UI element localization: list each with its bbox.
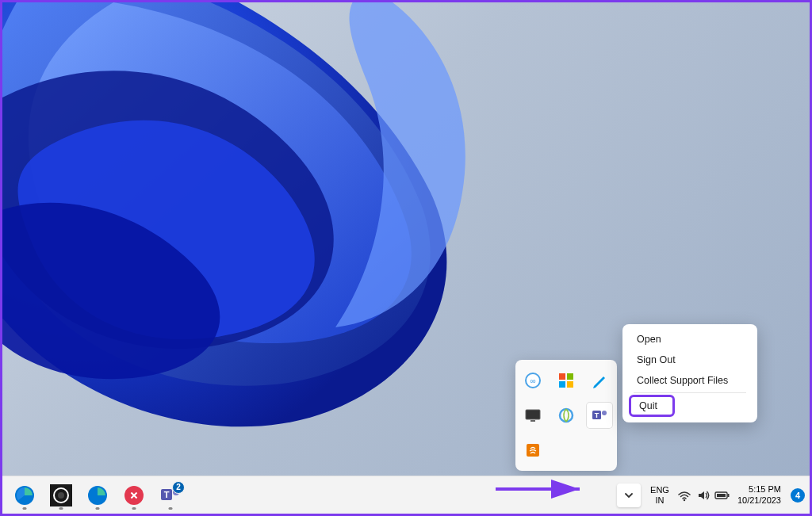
svg-point-23 (684, 499, 685, 500)
badge-count: 2 (172, 481, 185, 494)
svg-rect-26 (717, 494, 726, 497)
svg-rect-5 (567, 381, 573, 388)
svg-rect-25 (727, 494, 729, 497)
volume-icon[interactable] (695, 488, 712, 503)
notification-count-badge[interactable]: 4 (791, 488, 805, 503)
taskbar-edge-secondary[interactable] (82, 480, 113, 511)
svg-rect-6 (526, 410, 540, 419)
running-indicator (132, 507, 136, 510)
tray-icon-java[interactable] (520, 438, 546, 463)
menu-item-sign-out[interactable]: Sign Out (627, 350, 753, 370)
tray-icon-pen[interactable] (587, 368, 612, 393)
svg-rect-7 (530, 420, 535, 422)
system-tray-overflow-flyout: ∞ T (515, 360, 617, 471)
tray-icon-store[interactable] (553, 368, 579, 393)
clock-date: 10/21/2023 (737, 495, 781, 506)
running-indicator (23, 507, 27, 510)
taskbar-edge[interactable] (9, 480, 40, 511)
svg-point-11 (602, 411, 607, 415)
tray-context-menu: Open Sign Out Collect Support Files Quit (622, 324, 757, 422)
tray-icon-display[interactable] (520, 403, 546, 428)
svg-text:∞: ∞ (530, 376, 535, 385)
wallpaper-bloom-graphic (2, 2, 557, 476)
clock[interactable]: 5:15 PM 10/21/2023 (733, 484, 786, 505)
clock-time: 5:15 PM (737, 484, 781, 495)
tray-overflow-chevron[interactable] (617, 484, 641, 507)
battery-icon[interactable] (714, 488, 731, 503)
desktop-wallpaper[interactable]: ∞ T Open Sign Out Collect Support Files … (2, 2, 810, 476)
svg-rect-2 (559, 373, 565, 380)
svg-point-8 (560, 409, 573, 422)
taskbar-pinned-apps: T 2 (2, 480, 186, 511)
running-indicator (59, 507, 63, 510)
svg-text:T: T (595, 411, 599, 419)
taskbar-zoho[interactable] (118, 480, 150, 511)
running-indicator (96, 507, 100, 510)
tray-icon-teams[interactable]: T (587, 403, 612, 428)
menu-item-open[interactable]: Open (627, 329, 753, 350)
taskbar-system-area: ENG IN 5:15 PM 10/21/2023 4 (617, 484, 810, 507)
language-indicator[interactable]: ENG IN (645, 485, 674, 505)
wifi-icon[interactable] (676, 488, 693, 503)
lang-primary: ENG (650, 485, 669, 495)
lang-secondary: IN (650, 495, 669, 506)
taskbar-teams[interactable]: T 2 (155, 480, 186, 511)
menu-separator (634, 392, 746, 393)
tray-icon-browser[interactable] (553, 403, 579, 428)
taskbar: T 2 ENG IN 5:15 PM 10/21/2023 4 (2, 476, 810, 514)
taskbar-obs[interactable] (45, 480, 77, 511)
svg-text:T: T (164, 490, 170, 499)
svg-rect-4 (559, 381, 565, 388)
menu-item-quit[interactable]: Quit (629, 395, 675, 417)
menu-item-collect-support[interactable]: Collect Support Files (627, 370, 753, 391)
annotation-arrow (494, 477, 589, 504)
svg-point-16 (58, 492, 64, 499)
tray-icon-zoom[interactable]: ∞ (520, 368, 546, 393)
running-indicator (169, 507, 173, 510)
svg-rect-3 (567, 373, 573, 380)
